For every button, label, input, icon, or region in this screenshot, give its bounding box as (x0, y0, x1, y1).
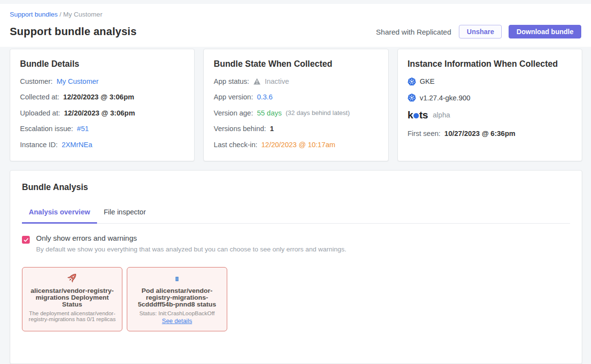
kubernetes-version-icon (408, 94, 416, 102)
errors-only-label: Only show errors and warnings (36, 234, 346, 242)
customer-row: Customer: My Customer (20, 77, 184, 85)
errors-filter-row: Only show errors and warnings By default… (22, 234, 570, 253)
error-card-message: The deployment alicenstar/vendor-registr… (27, 310, 118, 322)
error-card-title: Pod alicenstar/vendor-registry-migration… (132, 287, 222, 308)
kots-logo-dot (414, 113, 419, 118)
analysis-tabs: Analysis overview File inspector (22, 204, 570, 224)
collected-at-row: Collected at: 12/20/2023 @ 3:06pm (20, 93, 184, 101)
versions-behind-value: 1 (270, 125, 274, 133)
unshare-button[interactable]: Unshare (459, 25, 502, 38)
versions-behind-row: Versions behind: 1 (214, 125, 378, 133)
deployment-status-error-card: alicenstar/vendor-registry-migrations De… (22, 267, 122, 331)
breadcrumb-current: My Customer (63, 11, 102, 18)
kots-channel-label: alpha (433, 111, 450, 119)
customer-label: Customer: (20, 77, 53, 85)
bundle-state-title: Bundle State When Collected (214, 59, 378, 69)
warning-icon (253, 77, 261, 85)
tab-file-inspector[interactable]: File inspector (97, 204, 153, 224)
page-header: Support bundles / My Customer Support bu… (0, 4, 591, 47)
first-seen-value: 10/27/2023 @ 6:36pm (444, 130, 515, 137)
customer-link[interactable]: My Customer (57, 77, 98, 85)
app-version-row: App version: 0.3.6 (214, 93, 378, 101)
bundle-state-card: Bundle State When Collected App status: … (203, 49, 388, 161)
breadcrumb-support-bundles-link[interactable]: Support bundles (10, 11, 58, 18)
breadcrumb: Support bundles / My Customer (10, 11, 581, 18)
k8s-version-value: v1.27.4-gke.900 (420, 94, 471, 102)
app-version-link[interactable]: 0.3.6 (257, 93, 273, 101)
error-card-title: alicenstar/vendor-registry-migrations De… (27, 287, 118, 308)
app-status-value: Inactive (265, 77, 289, 85)
see-details-link[interactable]: See details (162, 318, 192, 325)
kubernetes-distribution-icon (408, 77, 416, 86)
errors-only-checkbox[interactable] (22, 236, 30, 244)
bundle-analysis-card: Bundle Analysis Analysis overview File i… (10, 170, 582, 364)
instance-id-link[interactable]: 2XMrNEa (61, 141, 92, 149)
uploaded-at-row: Uploaded at: 12/20/2023 @ 3:06pm (20, 109, 184, 117)
first-seen-label: First seen: (408, 130, 441, 137)
collected-at-value: 12/20/2023 @ 3:06pm (63, 93, 135, 101)
uploaded-at-value: 12/20/2023 @ 3:06pm (64, 109, 135, 117)
version-age-value: 55 days (257, 109, 282, 117)
last-checkin-row: Last check-in: 12/20/2023 @ 10:17am (214, 141, 378, 149)
instance-id-label: Instance ID: (20, 141, 58, 149)
tab-analysis-overview[interactable]: Analysis overview (22, 204, 97, 224)
escalation-issue-link[interactable]: #51 (77, 125, 89, 133)
escalation-issue-label: Escalation issue: (20, 125, 73, 133)
first-seen-row: First seen: 10/27/2023 @ 6:36pm (408, 130, 572, 137)
instance-info-card: Instance Information When Collected GKE … (397, 49, 582, 161)
pod-status-error-card: Pod alicenstar/vendor-registry-migration… (127, 267, 227, 331)
bundle-analysis-title: Bundle Analysis (22, 182, 570, 192)
errors-only-help-text: By default we show you everything that w… (36, 246, 346, 253)
bundle-details-title: Bundle Details (20, 59, 184, 69)
error-card-message: Status: Init:CrashLoopBackOff (132, 310, 222, 316)
instance-info-title: Instance Information When Collected (408, 59, 572, 69)
collected-at-label: Collected at: (20, 93, 59, 101)
pod-placeholder-icon (176, 277, 178, 281)
checkmark-icon (23, 237, 29, 243)
instance-id-row: Instance ID: 2XMrNEa (20, 141, 184, 149)
breadcrumb-separator: / (59, 11, 63, 18)
app-version-label: App version: (214, 93, 253, 101)
distribution-row: GKE (408, 77, 572, 86)
kots-row: kts alpha (408, 109, 572, 121)
version-age-row: Version age: 55 days (32 days behind lat… (214, 109, 378, 117)
version-age-note: (32 days behind latest) (286, 109, 350, 116)
rocket-icon (66, 272, 78, 286)
download-bundle-button[interactable]: Download bundle (509, 25, 581, 38)
version-age-label: Version age: (214, 109, 253, 117)
analysis-results: alicenstar/vendor-registry-migrations De… (22, 267, 570, 331)
app-status-row: App status: Inactive (214, 77, 378, 85)
distribution-value: GKE (420, 77, 435, 85)
k8s-version-row: v1.27.4-gke.900 (408, 94, 572, 102)
bundle-details-card: Bundle Details Customer: My Customer Col… (10, 49, 195, 161)
page-title: Support bundle analysis (10, 25, 137, 38)
shared-status-text: Shared with Replicated (376, 28, 451, 36)
uploaded-at-label: Uploaded at: (20, 109, 60, 117)
last-checkin-label: Last check-in: (214, 141, 257, 149)
app-status-label: App status: (214, 77, 249, 85)
kots-logo: kts (408, 109, 428, 121)
versions-behind-label: Versions behind: (214, 125, 266, 133)
escalation-issue-row: Escalation issue: #51 (20, 125, 184, 133)
last-checkin-value: 12/20/2023 @ 10:17am (261, 141, 335, 149)
